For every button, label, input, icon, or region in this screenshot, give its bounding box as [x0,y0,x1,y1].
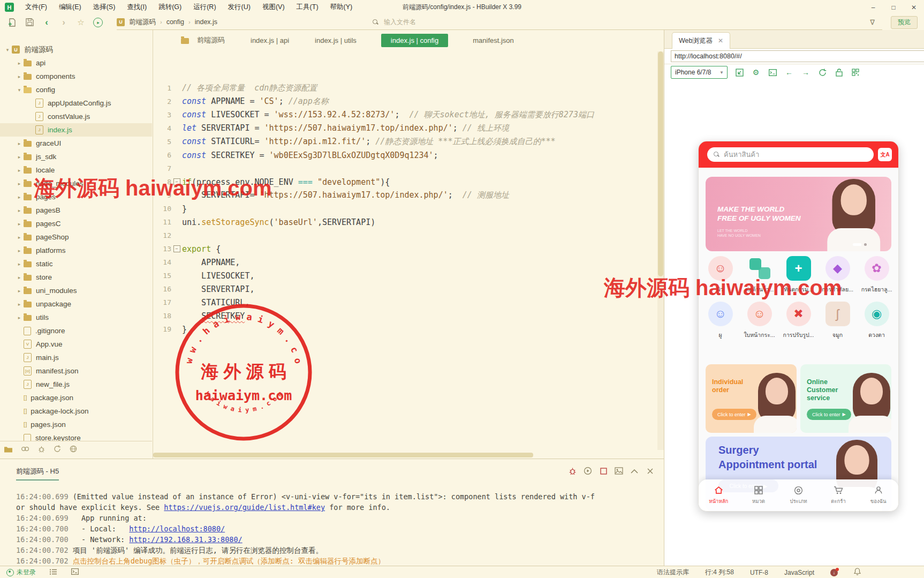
menubar-menu[interactable]: 工具(T) [291,0,324,14]
refresh-icon[interactable] [817,67,827,77]
line-number[interactable]: 2 [153,97,171,106]
app-category-item[interactable]: ◉ดวงตา [857,302,896,340]
tree-item[interactable]: ▸pages [0,190,152,204]
app-category-item[interactable]: ✖การปรับรูป... [779,302,818,340]
translate-icon[interactable]: 文A [878,148,892,161]
tabbar-item-home[interactable]: หน้าหลัก [699,479,739,511]
app-category-item[interactable]: +ทันตกรรม... [779,256,818,294]
app-category-item[interactable]: ◆การทำศัลย... [818,256,857,294]
browser-tab[interactable]: Web浏览器 ✕ [672,32,730,49]
app-category-item[interactable]: ☺ใบหน้ากระ... [740,302,779,340]
line-number[interactable]: 12 [153,231,171,239]
menubar-menu[interactable]: 帮助(Y) [324,0,359,14]
app-search-bar[interactable]: ค้นหาสินค้า [707,147,874,162]
terminal-icon[interactable] [71,568,79,576]
console-link[interactable]: http://localhost:8080/ [129,524,225,533]
chevron-closed-icon[interactable]: ▸ [15,275,24,280]
tree-item[interactable]: .gitignore [0,324,152,337]
card-enter-button[interactable]: Click to enter▶ [807,409,851,420]
tree-item[interactable]: ▸pageShop [0,230,152,244]
card-enter-button[interactable]: Click to enter▶ [712,409,756,420]
breadcrumb-folder[interactable]: config [166,18,184,26]
editor-tab[interactable]: 前端源码 [180,33,226,48]
chevron-closed-icon[interactable]: ▸ [15,261,24,267]
minimize-button[interactable]: – [863,0,883,14]
app-category-item[interactable]: ʃจมูก [818,302,857,340]
project-view-icon[interactable] [4,445,12,455]
chevron-closed-icon[interactable]: ▸ [15,248,24,253]
chevron-closed-icon[interactable]: ▸ [15,74,24,79]
line-number[interactable]: 14 [153,258,171,266]
tree-item[interactable]: ▾config [0,83,152,96]
console-tab[interactable]: 前端源码 - H5 [16,467,59,481]
collapse-panel-icon[interactable] [630,467,639,475]
line-number[interactable]: 11 [153,218,171,226]
qr-code-icon[interactable] [851,67,860,77]
chevron-closed-icon[interactable]: ▸ [15,302,24,307]
app-category-item[interactable]: ต่อต้านริ้ว... [740,256,779,294]
resize-icon[interactable] [734,67,744,77]
chevron-closed-icon[interactable]: ▸ [15,194,24,200]
tabbar-item-grid[interactable]: หมวด [739,479,779,511]
tree-item[interactable]: [ ]pages.json [0,418,152,431]
fold-marker-icon[interactable] [171,178,182,185]
chevron-closed-icon[interactable]: ▸ [15,181,24,186]
preview-button[interactable]: 预览 [891,16,918,29]
tree-item[interactable]: JconstValue.js [0,110,152,123]
bookmark-star-icon[interactable]: ☆ [76,18,86,27]
console-window-icon[interactable] [768,67,777,77]
nav-forward-icon[interactable]: → [801,67,811,77]
hero-banner[interactable]: MAKE THE WORLD FREE OF UGLY WOMEN LET TH… [706,177,891,251]
tree-item[interactable]: ▾U前端源码 [0,43,152,56]
forward-icon[interactable]: › [59,18,69,27]
cursor-position[interactable]: 行:4 列:58 [705,568,734,577]
device-select[interactable]: iPhone 6/7/8 ▼ [671,66,728,79]
chevron-closed-icon[interactable]: ▸ [15,221,24,227]
close-button[interactable]: ✕ [904,0,924,14]
line-number[interactable]: 6 [153,151,171,159]
lock-icon[interactable] [834,67,844,77]
chevron-closed-icon[interactable]: ▸ [15,288,24,294]
console-link[interactable]: http://192.168.31.33:8080/ [129,535,242,544]
web-icon[interactable] [70,445,77,455]
tree-item[interactable]: ▸js_sdk [0,150,152,163]
tree-item[interactable]: ▸pagesB [0,204,152,217]
individual-order-card[interactable]: Individual order Click to enter▶ [706,364,797,433]
chevron-closed-icon[interactable]: ▸ [15,208,24,213]
line-number[interactable]: 10 [153,205,171,213]
line-number[interactable]: 19 [153,325,171,333]
tabbar-item-me[interactable]: ของฉัน [858,479,898,511]
tree-item[interactable]: Jmain.js [0,351,152,364]
tree-item[interactable]: ▸graceUI [0,137,152,150]
tree-item[interactable]: ▸platforms [0,244,152,257]
debug-icon[interactable] [38,445,45,455]
outline-list-icon[interactable] [50,569,57,576]
app-category-item[interactable]: ✿กรดไฮยาลู... [857,256,896,294]
update-icon[interactable]: ↓ [830,569,838,576]
close-tab-icon[interactable]: ✕ [718,37,723,44]
new-file-icon[interactable] [7,18,17,27]
line-number[interactable]: 5 [153,138,171,146]
notification-bell-icon[interactable] [854,568,861,577]
vertical-scrollbar[interactable] [657,51,664,450]
menubar-menu[interactable]: 跳转(G) [153,0,187,14]
tree-item[interactable]: ▸node_modules [0,177,152,190]
scrollbar-thumb[interactable] [658,51,663,276]
tree-item[interactable]: Jnew_file.js [0,378,152,391]
chevron-closed-icon[interactable]: ▸ [15,141,24,146]
stop-icon[interactable] [599,467,608,475]
carousel-dots[interactable] [853,243,867,246]
syntax-hint-lib[interactable]: 语法提示库 [657,568,689,577]
tabbar-item-cart[interactable]: ตะกร้า [819,479,859,511]
tree-item[interactable]: Jindex.js [0,123,152,137]
line-number[interactable]: 8 [153,178,171,186]
run-icon[interactable]: ▸ [93,18,103,27]
menubar-menu[interactable]: 编辑(E) [53,0,87,14]
tree-item[interactable]: VApp.vue [0,337,152,351]
editor-tab[interactable]: index.js | config [381,34,448,47]
restart-run-icon[interactable] [584,467,592,475]
tree-item[interactable]: ▸store [0,271,152,284]
search-files-icon[interactable] [21,445,29,455]
breadcrumb-file[interactable]: index.js [195,18,217,26]
screenshot-icon[interactable] [615,467,623,475]
